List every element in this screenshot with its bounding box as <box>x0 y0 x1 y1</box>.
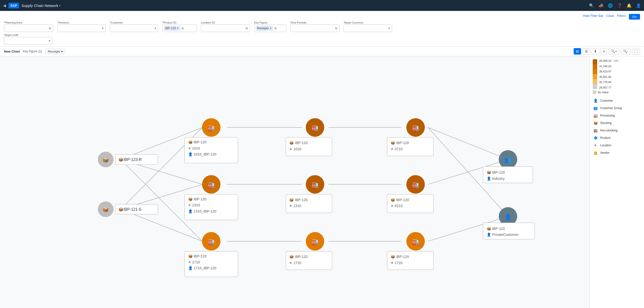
customer-label: *Customer: <box>110 21 158 24</box>
legend-now-label: now <box>614 59 618 62</box>
type-legend-customer-group: 👥 Customer Group <box>593 105 641 111</box>
type-legend-vendor: 👷 Vendor <box>593 150 641 155</box>
product-type-label: Product <box>600 136 610 140</box>
location-id-copy-icon[interactable]: ⧉ <box>245 26 248 31</box>
legend-value-4: 32,779.84 <box>599 81 611 84</box>
go-button[interactable]: Go <box>629 14 640 20</box>
download-button[interactable]: ⬇ <box>592 48 599 55</box>
fullscreen-button[interactable]: ⛶ <box>632 48 640 55</box>
target-uom-text[interactable]: EA <box>6 39 47 43</box>
svg-text:🏭: 🏭 <box>412 182 419 188</box>
help-icon[interactable]: ❓ <box>617 3 622 8</box>
versions-text[interactable]: Base Version <box>59 27 100 30</box>
sap-logo: SAP <box>8 3 19 9</box>
product-id-field: *Product ID: IBP-120 ✕ ⧉ <box>162 21 197 32</box>
product-id-copy-icon[interactable]: ⧉ <box>181 26 184 31</box>
svg-text:✈ 1720: ✈ 1720 <box>390 261 402 265</box>
svg-text:🏭: 🏭 <box>208 238 215 245</box>
legend-section: 44,068.10 41,246.03 38,423.97 35,601.90 … <box>593 59 641 94</box>
type-legend-location: ✈ Location <box>593 143 641 148</box>
graph-view-button[interactable]: ⊞ <box>574 48 581 55</box>
table-view-button[interactable]: ☰ <box>582 48 590 55</box>
type-legend-product: 🔷 Product <box>593 135 641 141</box>
planning-area-text[interactable]: 32 (Unified Demo 1802) <box>6 27 47 30</box>
target-currency-input[interactable]: AED ▾ <box>344 25 392 32</box>
svg-text:👤 1710_IBP-120: 👤 1710_IBP-120 <box>188 266 216 270</box>
planning-area-field: *Planning Area: 32 (Unified Demo 1802) ⧉ <box>4 21 53 32</box>
filter-row2: Target UoM: EA ▾ <box>4 34 640 44</box>
target-uom-input[interactable]: EA ▾ <box>4 37 52 44</box>
zoom-in-button[interactable]: 🔍+ <box>608 48 619 55</box>
app-title-chevron[interactable]: ▾ <box>59 4 60 7</box>
network-svg: 📦 📦 📦 IBP-123-R 📦 IBP-121-S 🏭 🏭 🏭 📦 <box>0 56 590 308</box>
customer-input[interactable]: Customer Group ▾ <box>110 25 158 32</box>
key-figure-toolbar-select[interactable]: Receipts ▾ <box>46 49 66 54</box>
product-id-tag-remove[interactable]: ✕ <box>176 27 179 30</box>
back-button[interactable]: ◀ <box>3 3 6 8</box>
top-nav: ◀ SAP Supply Chain Network ▾ 🔍 📣 🌐 ❓ 🔔 👤 <box>0 0 644 11</box>
svg-text:👤 Industry: 👤 Industry <box>487 176 505 181</box>
svg-text:📦: 📦 <box>102 157 109 163</box>
user-icon[interactable]: 👤 <box>636 3 641 8</box>
customer-type-label: Customer <box>600 99 613 102</box>
search-icon[interactable]: 🔍 <box>589 3 594 8</box>
svg-text:IBP-121-S: IBP-121-S <box>123 207 142 211</box>
target-currency-text[interactable]: AED <box>345 27 387 30</box>
time-periods-copy-icon[interactable]: ⧉ <box>335 26 338 31</box>
target-uom-dropdown-icon[interactable]: ▾ <box>48 39 51 43</box>
svg-text:📦 IBP-120: 📦 IBP-120 <box>188 254 206 258</box>
svg-text:✈ 1710: ✈ 1710 <box>289 261 301 265</box>
time-periods-input[interactable]: ⧉ <box>290 25 340 32</box>
target-currency-field: Target Currency: AED ▾ <box>344 21 392 32</box>
filter-bar: Hide Filter Bar Clear Filters Go *Planni… <box>0 11 644 47</box>
planning-area-input[interactable]: 32 (Unified Demo 1802) ⧉ <box>4 25 53 32</box>
svg-text:✈ 1310: ✈ 1310 <box>289 204 301 208</box>
customer-text[interactable]: Customer Group <box>112 27 153 30</box>
versions-dropdown-icon[interactable]: ▾ <box>102 26 104 31</box>
key-figure-input[interactable]: Receipts ✕ ⧉ <box>254 25 286 32</box>
nav-icons: 🔍 📣 🌐 ❓ 🔔 👤 <box>589 3 641 8</box>
versions-label: *Versions: <box>57 21 106 24</box>
product-id-input[interactable]: IBP-120 ✕ ⧉ <box>162 25 197 32</box>
svg-rect-71 <box>387 251 434 270</box>
legend-value-0: 44,068.10 <box>599 59 611 62</box>
customer-group-type-icon: 👥 <box>593 105 598 111</box>
zoom-out-button[interactable]: 🔍- <box>621 48 630 55</box>
location-id-input[interactable]: ⧉ <box>201 25 250 32</box>
svg-rect-53 <box>286 194 332 213</box>
type-legend: 👤 Customer 👥 Customer Group 🏭 Processing… <box>593 98 641 155</box>
vendor-type-label: Vendor <box>600 151 610 154</box>
no-value-legend: No Value <box>593 91 641 94</box>
customer-group-type-label: Customer Group <box>600 106 622 110</box>
versions-input[interactable]: Base Version ▾ <box>57 25 106 32</box>
target-uom-field: Target UoM: EA ▾ <box>4 34 52 44</box>
location-id-field: Location ID: ⧉ <box>201 21 250 32</box>
time-periods-text[interactable] <box>292 27 334 30</box>
svg-text:📦 IBP-120: 📦 IBP-120 <box>487 170 505 175</box>
customer-dropdown-icon[interactable]: ▾ <box>154 26 156 31</box>
target-currency-dropdown-icon[interactable]: ▾ <box>388 26 390 31</box>
right-panel: 44,068.10 41,246.03 38,423.97 35,601.90 … <box>590 56 644 308</box>
chart-toolbar: New Chart Key Figure (1): Receipts ▾ ⊞ ☰… <box>0 47 644 56</box>
product-id-label: *Product ID: <box>162 21 197 24</box>
key-figure-label: Key Figure: <box>254 21 286 24</box>
planning-area-copy-icon[interactable]: ⧉ <box>48 26 52 31</box>
key-figure-tag: Receipts ✕ <box>256 26 273 31</box>
announcement-icon[interactable]: 📣 <box>598 3 604 8</box>
location-id-label: Location ID: <box>201 21 250 24</box>
notification-icon[interactable]: 🔔 <box>627 3 632 8</box>
type-legend-stocking: 📦 Stocking <box>593 120 641 126</box>
hide-filter-bar-link[interactable]: Hide Filter Bar <box>583 14 604 20</box>
filters-link[interactable]: Filters <box>617 14 626 20</box>
key-figure-copy-icon[interactable]: ⧉ <box>274 26 277 31</box>
type-legend-processing: 🏭 Processing <box>593 113 641 118</box>
location-id-text[interactable] <box>202 27 244 30</box>
svg-text:🏭: 🏭 <box>412 125 419 131</box>
legend-value-1: 41,246.03 <box>599 65 611 68</box>
clear-link[interactable]: Clear <box>606 14 614 20</box>
settings-button[interactable]: ≡ <box>601 48 607 55</box>
svg-text:🏭: 🏭 <box>412 238 419 245</box>
key-figure-tag-remove[interactable]: ✕ <box>270 27 272 30</box>
legend-value-2: 38,423.97 <box>599 70 611 73</box>
globe-icon[interactable]: 🌐 <box>608 3 613 8</box>
